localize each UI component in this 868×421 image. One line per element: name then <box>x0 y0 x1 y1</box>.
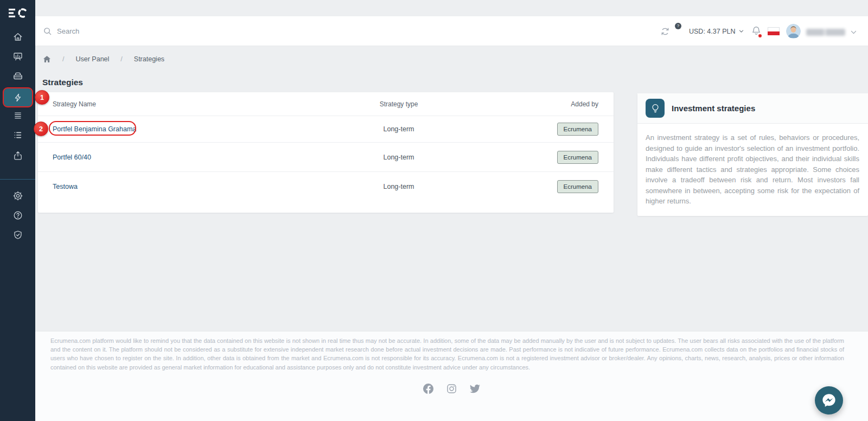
strategy-link-grahama[interactable]: Portfel Benjamina Grahama <box>53 125 320 133</box>
messenger-chat-button[interactable] <box>815 386 843 414</box>
sidebar-item-share[interactable] <box>0 146 35 165</box>
home-icon <box>12 31 23 42</box>
page-title: Strategies <box>42 78 83 87</box>
user-menu-chevron-icon[interactable] <box>850 28 857 38</box>
breadcrumb-separator: / <box>62 55 64 63</box>
added-by-badge: Ecrumena <box>557 151 598 164</box>
question-icon <box>12 210 23 221</box>
avatar-photo <box>786 24 801 39</box>
language-flag-poland[interactable] <box>768 27 780 35</box>
sidebar-item-wallet[interactable] <box>0 66 35 86</box>
column-strategy-type: Strategy type <box>320 100 477 108</box>
lightbulb-icon <box>646 99 665 118</box>
strategy-type: Long-term <box>320 183 477 190</box>
table-row: Portfel Benjamina Grahama Long-term Ecru… <box>38 116 614 142</box>
facebook-icon[interactable] <box>423 384 433 394</box>
column-strategy-name: Strategy Name <box>53 100 320 108</box>
breadcrumb: / User Panel / Strategies <box>43 53 164 66</box>
sidebar-item-help[interactable] <box>0 206 35 225</box>
info-panel-title: Investment strategies <box>672 104 755 113</box>
sidebar-item-lists[interactable] <box>0 125 35 145</box>
logo-ec[interactable] <box>0 7 35 20</box>
annotation-step-1: 1 <box>35 90 49 105</box>
instagram-icon[interactable] <box>446 384 457 394</box>
table-header-row: Strategy Name Strategy type Added by <box>38 92 614 116</box>
strategies-table: Strategy Name Strategy type Added by Por… <box>38 92 614 213</box>
sidebar <box>0 0 35 421</box>
lightning-icon <box>12 92 23 103</box>
column-added-by: Added by <box>477 100 598 108</box>
chevron-down-icon <box>738 28 744 34</box>
strategy-type: Long-term <box>320 154 477 161</box>
sidebar-divider <box>0 179 35 180</box>
table-row: Portfel 60/40 Long-term Ecrumena <box>38 142 614 171</box>
list-icon <box>12 130 23 141</box>
chart-board-icon <box>12 51 23 62</box>
messenger-icon <box>821 393 837 408</box>
sidebar-item-home[interactable] <box>0 27 35 47</box>
info-panel: Investment strategies An investment stra… <box>637 93 868 216</box>
annotation-step-2: 2 <box>34 122 48 136</box>
search-input[interactable] <box>57 16 220 46</box>
strategy-link-testowa[interactable]: Testowa <box>53 183 320 190</box>
flag-red-stripe <box>768 31 780 35</box>
strategy-link-6040[interactable]: Portfel 60/40 <box>53 154 320 161</box>
sidebar-item-strategies[interactable] <box>3 87 33 107</box>
info-panel-header: Investment strategies <box>637 93 868 124</box>
notification-dot <box>758 34 762 38</box>
footer-disclaimer: Ecrumena.com platform would like to remi… <box>50 336 844 372</box>
table-row: Testowa Long-term Ecrumena <box>38 171 614 201</box>
breadcrumb-home-icon[interactable] <box>43 55 51 63</box>
share-icon <box>12 150 23 161</box>
search-icon <box>43 27 52 38</box>
user-avatar[interactable] <box>786 24 801 39</box>
refresh-button[interactable] <box>660 27 670 39</box>
user-name-redacted <box>806 29 845 36</box>
sidebar-item-analytics[interactable] <box>0 47 35 66</box>
gear-icon <box>12 190 23 201</box>
logo-ec-icon <box>7 7 29 20</box>
added-by-badge: Ecrumena <box>557 180 598 193</box>
sidebar-item-security[interactable] <box>0 225 35 245</box>
strategy-type: Long-term <box>320 125 477 133</box>
added-by-badge: Ecrumena <box>557 123 598 136</box>
exchange-help-badge[interactable]: ? <box>675 23 681 29</box>
info-panel-body: An investment strategy is a set of rules… <box>637 124 868 207</box>
breadcrumb-separator: / <box>120 55 122 63</box>
flag-white-stripe <box>768 27 780 31</box>
sidebar-item-settings[interactable] <box>0 186 35 206</box>
shield-check-icon <box>12 229 23 240</box>
breadcrumb-user-panel[interactable]: User Panel <box>75 55 109 63</box>
currency-selector[interactable]: USD: 4.37 PLN <box>689 16 744 46</box>
footer: Ecrumena.com platform would like to remi… <box>35 331 868 421</box>
wallet-icon <box>12 71 23 81</box>
social-links <box>35 384 868 394</box>
twitter-icon[interactable] <box>470 384 480 394</box>
stack-icon <box>12 110 23 121</box>
topbar: ? USD: 4.37 PLN <box>35 16 868 46</box>
currency-label: USD: 4.37 PLN <box>689 28 735 35</box>
sidebar-item-assets[interactable] <box>0 106 35 125</box>
breadcrumb-strategies[interactable]: Strategies <box>134 55 164 63</box>
